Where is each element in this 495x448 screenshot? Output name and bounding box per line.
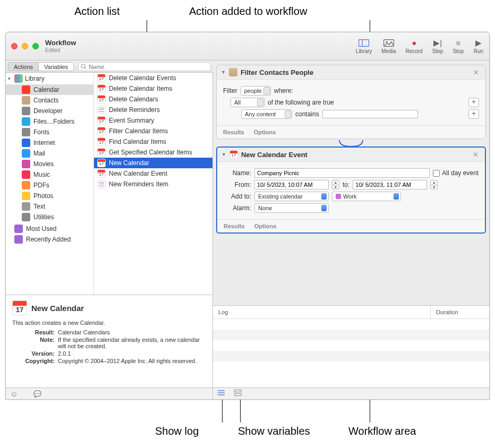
folder-icon <box>14 235 23 244</box>
library-tree[interactable]: Library CalendarContactsDeveloperFiles…F… <box>6 73 94 295</box>
options-button[interactable]: Options <box>254 129 276 135</box>
library-item-most-used[interactable]: Most Used <box>6 223 93 234</box>
calendar-icon <box>97 84 106 93</box>
event-name-input[interactable] <box>254 168 430 178</box>
library-item-movies[interactable]: Movies <box>6 159 93 169</box>
zoom-button[interactable] <box>32 43 39 49</box>
step-icon: ▶| <box>432 39 443 47</box>
library-item-pdfs[interactable]: PDFs <box>6 180 93 191</box>
category-icon <box>22 181 30 189</box>
left-bottombar: ☺ 💬 <box>6 387 212 399</box>
criterion-value-input[interactable] <box>322 110 418 118</box>
action-new-calendar-event[interactable]: New Calendar Event <box>94 168 212 179</box>
step-button[interactable]: ▶| Step <box>432 39 443 54</box>
action-new-reminders-item[interactable]: New Reminders Item <box>94 179 212 189</box>
tab-variables[interactable]: Variables <box>38 63 73 71</box>
results-button[interactable]: Results <box>223 129 244 135</box>
library-item-calendar[interactable]: Calendar <box>6 84 93 95</box>
close-button[interactable] <box>11 43 18 49</box>
library-item-internet[interactable]: Internet <box>6 137 93 148</box>
to-stepper[interactable]: ▲▼ <box>430 180 438 189</box>
smiley-icon[interactable]: ☺ <box>10 390 18 398</box>
calendar-icon <box>97 159 106 167</box>
library-item-recently-added[interactable]: Recently Added <box>6 234 93 245</box>
show-log-icon[interactable] <box>217 390 226 398</box>
action-delete-calendars[interactable]: Delete Calendars <box>94 94 212 105</box>
addto-select[interactable]: Existing calendar <box>254 192 329 201</box>
play-icon: ▶ <box>473 39 484 47</box>
svg-point-3 <box>386 41 387 42</box>
add-criterion-button[interactable]: + <box>468 109 479 119</box>
action-get-specified-calendar-items[interactable]: Get Specified Calendar Items <box>94 147 212 158</box>
svg-point-4 <box>81 64 85 68</box>
contacts-icon <box>229 68 237 76</box>
library-item-music[interactable]: Music <box>6 169 93 180</box>
action-new-calendar[interactable]: New Calendar <box>94 158 212 168</box>
workflow-action-new-calendar-event[interactable]: ▼ New Calendar Event ✕ Name: All day eve… <box>216 147 486 234</box>
run-button[interactable]: ▶ Run <box>473 39 484 54</box>
svg-point-10 <box>217 392 218 393</box>
add-rule-button[interactable]: + <box>468 98 479 107</box>
close-icon[interactable]: ✕ <box>471 68 481 76</box>
record-button[interactable]: ● Record <box>406 39 423 54</box>
category-icon <box>22 96 30 105</box>
scope-select[interactable]: All <box>231 98 264 107</box>
workflow-area[interactable]: ▼ Filter Contacts People ✕ Filter people… <box>213 61 489 305</box>
calendar-icon <box>97 169 106 178</box>
tab-actions[interactable]: Actions <box>8 63 38 71</box>
library-item-contacts[interactable]: Contacts <box>6 95 93 106</box>
log-column[interactable]: Log <box>213 306 431 318</box>
criterion-select[interactable]: Any content <box>241 109 292 119</box>
options-button[interactable]: Options <box>254 223 277 229</box>
action-delete-calendar-items[interactable]: Delete Calendar Items <box>94 83 212 94</box>
record-icon: ● <box>409 39 420 47</box>
library-root[interactable]: Library <box>6 73 93 84</box>
library-toggle[interactable]: Library <box>356 39 372 54</box>
document-title: Workflow <box>45 39 76 47</box>
search-field[interactable] <box>78 62 211 71</box>
disclosure-icon[interactable]: ▼ <box>221 152 226 157</box>
stop-icon: ■ <box>453 39 464 47</box>
action-event-summary[interactable]: Event Summary <box>94 115 212 126</box>
action-filter-calendar-items[interactable]: Filter Calendar Items <box>94 126 212 136</box>
alarm-select[interactable]: None <box>254 203 329 213</box>
show-variables-icon[interactable] <box>234 390 242 398</box>
action-find-calendar-items[interactable]: Find Calendar Items <box>94 136 212 147</box>
window-controls <box>11 43 39 49</box>
all-day-checkbox[interactable]: All day event <box>433 169 479 177</box>
library-item-files-folders[interactable]: Files…Folders <box>6 116 93 127</box>
card-header[interactable]: ▼ New Calendar Event ✕ <box>217 148 485 162</box>
action-delete-calendar-events[interactable]: Delete Calendar Events <box>94 73 212 83</box>
stop-button[interactable]: ■ Stop <box>453 39 464 54</box>
library-item-utilities[interactable]: Utilities <box>6 212 93 222</box>
search-input[interactable] <box>89 64 208 70</box>
library-item-photos[interactable]: Photos <box>6 191 93 201</box>
action-delete-reminders[interactable]: Delete Reminders <box>94 105 212 115</box>
calendar-icon <box>97 137 106 146</box>
calendar-select[interactable]: Work <box>332 192 401 201</box>
close-icon[interactable]: ✕ <box>471 151 481 159</box>
category-icon <box>22 117 30 126</box>
filter-type-select[interactable]: people <box>241 86 271 96</box>
workflow-action-filter-contacts[interactable]: ▼ Filter Contacts People ✕ Filter people… <box>216 65 486 139</box>
library-item-mail[interactable]: Mail <box>6 148 93 159</box>
library-item-developer[interactable]: Developer <box>6 106 93 116</box>
results-button[interactable]: Results <box>224 223 245 229</box>
media-button[interactable]: Media <box>381 39 396 54</box>
category-icon <box>22 149 30 158</box>
library-item-text[interactable]: Text <box>6 201 93 212</box>
from-stepper[interactable]: ▲▼ <box>332 180 339 189</box>
from-date-input[interactable] <box>254 180 329 189</box>
speech-icon[interactable]: 💬 <box>33 390 41 398</box>
card-header[interactable]: ▼ Filter Contacts People ✕ <box>217 65 485 80</box>
annotation-line <box>222 399 223 423</box>
minimize-button[interactable] <box>22 43 28 49</box>
duration-column[interactable]: Duration <box>431 306 489 318</box>
library-item-fonts[interactable]: Fonts <box>6 127 93 137</box>
disclosure-icon[interactable]: ▼ <box>221 70 226 75</box>
to-date-input[interactable] <box>353 180 427 189</box>
annotation-action-added: Action added to workflow <box>189 5 307 18</box>
action-list[interactable]: Delete Calendar EventsDelete Calendar It… <box>94 73 212 295</box>
category-icon <box>22 160 30 168</box>
category-icon <box>22 139 30 147</box>
